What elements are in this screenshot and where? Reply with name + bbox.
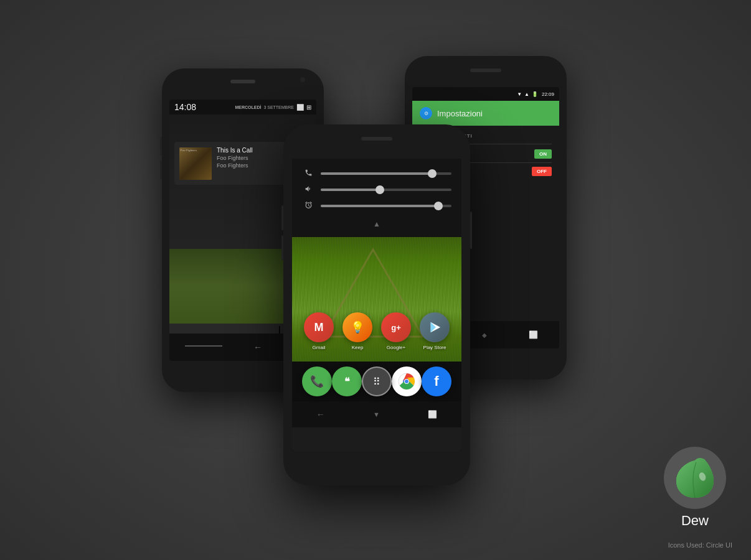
camera-center [399,134,404,139]
camera-right [543,66,548,71]
playstore-icon[interactable] [420,312,450,342]
alarm-icon [302,201,314,211]
vol-dn-btn [160,161,162,179]
center-screen: ▲ M Gmail 💡 Keep [292,159,461,451]
center-home-icon[interactable]: ▼ [373,411,380,418]
gplus-icon-wrap[interactable]: g+ Google+ [381,312,411,350]
chrome-dock-wrap[interactable] [392,366,422,396]
dew-logo: Dew [664,447,726,529]
settings-app-icon: ⚙ [420,107,432,119]
media-icon [302,185,314,195]
center-bottom-nav: ← ▼ ⬜ [292,401,461,427]
speaker-center [361,137,392,141]
camera-left [300,77,305,82]
dock: 📞 ❝ ⠿ [292,362,461,401]
center-main: ▲ M Gmail 💡 Keep [292,159,461,451]
signal-icon: ▲ [524,91,529,97]
toggle-on[interactable]: ON [534,149,552,159]
panel-collapse-arrow[interactable]: ▲ [302,217,451,231]
call-icon [302,169,314,179]
playstore-icon-wrap[interactable]: Play Store [420,312,450,350]
launcher-dock-wrap[interactable]: ⠿ [362,366,392,396]
phone-center: ▲ M Gmail 💡 Keep [283,124,470,485]
back-icon[interactable]: ← [253,342,262,352]
wifi-icon: ▼ [517,91,522,97]
attribution: Icons Used: Circle UI [668,541,732,549]
alarm-slider[interactable] [321,205,451,207]
keep-label: Keep [352,345,364,350]
center-recents-icon[interactable]: ⬜ [428,410,437,419]
call-volume-row [302,169,451,179]
center-back-icon[interactable]: ← [316,409,325,419]
media-slider[interactable] [321,189,451,191]
dew-circle [664,447,726,509]
lockscreen-date-2: 3 SETTEMBRE [263,105,294,110]
gmail-label: Gmail [313,345,326,350]
hangouts-dock-wrap[interactable]: ❝ [332,366,362,396]
svg-point-6 [405,380,409,383]
gplus-label: Google+ [387,345,405,350]
vol-up-btn [160,137,162,156]
keep-icon-wrap[interactable]: 💡 Keep [342,312,372,350]
settings-recents-icon[interactable]: ⬜ [529,330,538,339]
hangouts-dock-icon[interactable]: ❝ [332,366,362,396]
center-vol-up [281,205,283,230]
battery-icon: 🔋 [532,91,538,97]
alarm-volume-row [302,201,451,211]
grid-icon: ⊞ [306,104,311,111]
settings-status-bar: ▼ ▲ 🔋 22:09 [412,87,559,101]
album-art: Foo Fighters [179,147,212,180]
center-power-btn [470,212,472,249]
settings-home-icon[interactable]: ◆ [482,332,487,338]
window-icon: ⬜ [296,104,304,111]
playstore-label: Play Store [423,345,446,350]
toggle-off[interactable]: OFF [532,167,552,176]
gplus-icon[interactable]: g+ [381,312,411,342]
gmail-icon[interactable]: M [304,312,334,342]
volume-panel: ▲ [292,159,461,237]
dew-leaf-svg [670,453,720,503]
dew-text: Dew [681,513,709,529]
call-slider[interactable] [321,172,451,175]
lockscreen-date-1: MERCOLEDÌ [235,105,261,110]
speaker-left [230,80,255,83]
keep-icon[interactable]: 💡 [342,312,372,342]
gmail-icon-wrap[interactable]: M Gmail [304,312,334,350]
facebook-dock-icon[interactable]: f [422,366,451,396]
settings-title-text: Impostazioni [437,109,483,118]
wallpaper-area: M Gmail 💡 Keep g+ Google+ [292,237,461,362]
status-time: 22:09 [542,91,554,97]
center-vol-dn [281,235,283,260]
settings-toolbar: ⚙ Impostazioni [412,101,559,126]
media-volume-row [302,185,451,195]
app-grid: M Gmail 💡 Keep g+ Google+ [292,307,461,355]
chrome-dock-icon[interactable] [392,366,422,396]
facebook-dock-wrap[interactable]: f [422,366,451,396]
lockscreen-time: 14:08 [174,102,196,112]
speaker-right [470,68,501,72]
phone-dock-icon[interactable]: 📞 [302,366,332,396]
album-band-text: Foo Fighters [181,149,197,152]
phone-dock-wrap[interactable]: 📞 [302,366,332,396]
launcher-dock-icon[interactable]: ⠿ [362,366,392,396]
